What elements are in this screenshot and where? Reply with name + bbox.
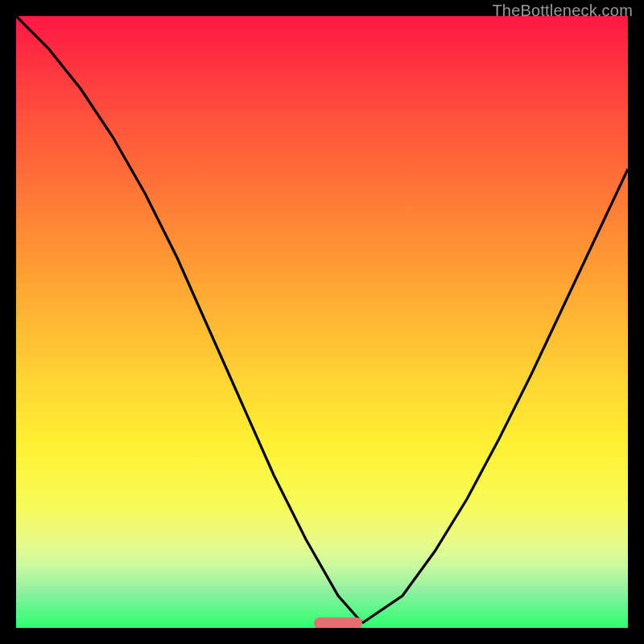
left-curve-path [16,16,362,623]
plot-area [16,16,628,628]
bottleneck-curve [16,16,628,628]
minimum-marker [314,617,362,628]
right-curve-path [362,169,628,623]
chart-frame: TheBottleneck.com [0,0,644,644]
